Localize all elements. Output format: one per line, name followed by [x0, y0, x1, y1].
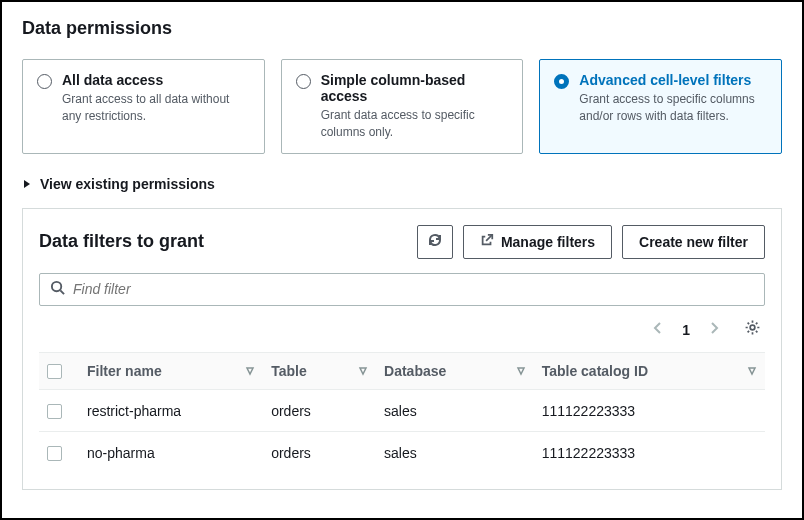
refresh-button[interactable] — [417, 225, 453, 259]
col-catalog-id[interactable]: Table catalog ID — [542, 363, 648, 379]
col-table[interactable]: Table — [271, 363, 307, 379]
radio-icon — [37, 74, 52, 89]
sort-icon — [747, 363, 757, 379]
option-advanced-cell-level[interactable]: Advanced cell-level filters Grant access… — [539, 59, 782, 154]
svg-point-1 — [52, 281, 61, 290]
cell-database: sales — [376, 390, 534, 432]
panel-header: Data filters to grant — [39, 225, 765, 259]
search-input[interactable] — [73, 281, 754, 297]
cell-filter-name: no-pharma — [79, 432, 263, 473]
panel-title: Data filters to grant — [39, 231, 407, 252]
search-icon — [50, 280, 65, 299]
svg-line-2 — [60, 290, 64, 294]
option-title: Simple column-based access — [321, 72, 509, 104]
radio-icon — [296, 74, 311, 89]
pagination: 1 — [39, 318, 765, 342]
manage-filters-button[interactable]: Manage filters — [463, 225, 612, 259]
option-desc: Grant access to all data without any res… — [62, 91, 250, 125]
settings-button[interactable] — [744, 319, 761, 340]
filters-table: Filter name Table Database Table catalog… — [39, 352, 765, 473]
next-page-button[interactable] — [706, 318, 722, 342]
sort-icon — [245, 363, 255, 379]
access-options-row: All data access Grant access to all data… — [2, 51, 802, 170]
col-filter-name[interactable]: Filter name — [87, 363, 162, 379]
option-title: Advanced cell-level filters — [579, 72, 767, 88]
col-database[interactable]: Database — [384, 363, 446, 379]
refresh-icon — [427, 232, 443, 251]
page-title: Data permissions — [2, 2, 802, 51]
prev-page-button[interactable] — [650, 318, 666, 342]
cell-catalog-id: 111122223333 — [534, 432, 765, 473]
option-desc: Grant data access to specific columns on… — [321, 107, 509, 141]
svg-point-3 — [750, 325, 755, 330]
search-filter-wrap[interactable] — [39, 273, 765, 306]
view-existing-permissions-toggle[interactable]: View existing permissions — [2, 170, 802, 208]
cell-table: orders — [263, 390, 376, 432]
page-number: 1 — [682, 322, 690, 338]
option-all-data-access[interactable]: All data access Grant access to all data… — [22, 59, 265, 154]
create-new-filter-button[interactable]: Create new filter — [622, 225, 765, 259]
expander-label: View existing permissions — [40, 176, 215, 192]
button-label: Create new filter — [639, 234, 748, 250]
button-label: Manage filters — [501, 234, 595, 250]
table-row[interactable]: no-pharma orders sales 111122223333 — [39, 432, 765, 473]
radio-icon — [554, 74, 569, 89]
cell-filter-name: restrict-pharma — [79, 390, 263, 432]
cell-catalog-id: 111122223333 — [534, 390, 765, 432]
row-checkbox[interactable] — [47, 446, 62, 461]
data-filters-panel: Data filters to grant — [22, 208, 782, 490]
table-row[interactable]: restrict-pharma orders sales 11112222333… — [39, 390, 765, 432]
svg-marker-0 — [24, 180, 30, 188]
external-link-icon — [480, 233, 494, 250]
option-simple-column[interactable]: Simple column-based access Grant data ac… — [281, 59, 524, 154]
option-title: All data access — [62, 72, 250, 88]
sort-icon — [358, 363, 368, 379]
option-desc: Grant access to specific columns and/or … — [579, 91, 767, 125]
row-checkbox[interactable] — [47, 404, 62, 419]
sort-icon — [516, 363, 526, 379]
cell-database: sales — [376, 432, 534, 473]
select-all-checkbox[interactable] — [47, 364, 62, 379]
cell-table: orders — [263, 432, 376, 473]
triangle-right-icon — [22, 176, 32, 192]
